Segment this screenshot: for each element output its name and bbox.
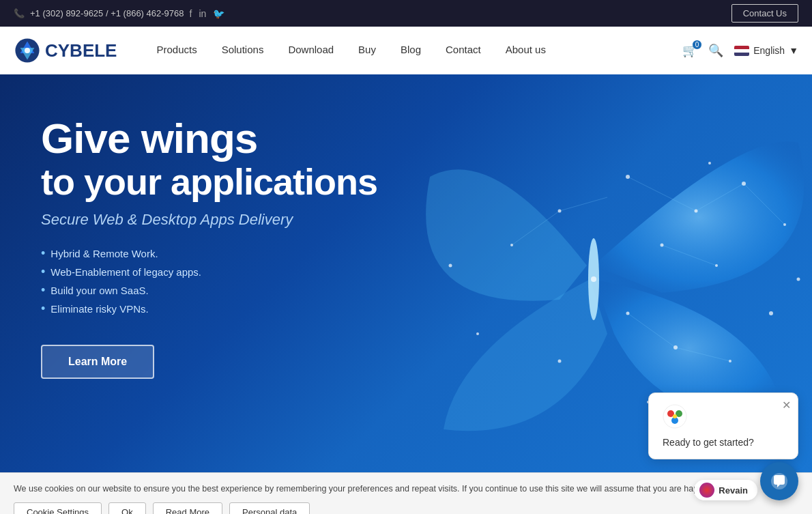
social-links: f in 🐦 xyxy=(190,8,225,19)
logo-icon xyxy=(14,37,41,64)
svg-point-28 xyxy=(558,360,562,363)
svg-point-19 xyxy=(626,312,630,315)
svg-point-18 xyxy=(715,264,718,267)
nav-download[interactable]: Download xyxy=(276,27,346,74)
nav-solutions[interactable]: Solutions xyxy=(209,27,276,74)
navbar: CYBELE Products Solutions Download Buy B… xyxy=(0,27,812,74)
phone-number: +1 (302) 892-9625 / +1 (866) 462-9768 xyxy=(30,8,184,18)
nav-products[interactable]: Products xyxy=(144,27,209,74)
cookie-personal-data-button[interactable]: Personal data xyxy=(229,502,310,514)
phone-icon: 📞 xyxy=(14,8,25,18)
hero-bullets: Hybrid & Remote Work. Web-Enablement of … xyxy=(41,246,377,316)
nav-buy[interactable]: Buy xyxy=(346,27,388,74)
cookie-read-more-button[interactable]: Read More xyxy=(153,502,222,514)
revain-logo-icon xyxy=(699,483,714,498)
svg-point-14 xyxy=(695,210,698,213)
revain-bar[interactable]: Revain xyxy=(694,480,757,500)
twitter-icon[interactable]: 🐦 xyxy=(213,8,224,19)
flag-icon xyxy=(734,46,749,56)
svg-point-32 xyxy=(797,278,800,281)
logo-text: CYBELE xyxy=(14,37,117,64)
revain-label: Revain xyxy=(719,485,748,496)
svg-point-25 xyxy=(769,311,773,315)
contact-us-button[interactable]: Contact Us xyxy=(731,4,798,23)
cart-badge: 0 xyxy=(693,40,702,49)
cookie-ok-button[interactable]: Ok xyxy=(108,502,146,514)
svg-point-17 xyxy=(661,244,664,247)
chat-logo-icon xyxy=(663,404,784,437)
svg-point-23 xyxy=(510,244,513,246)
hero-title-line1: Give wings xyxy=(41,115,377,162)
chat-close-button[interactable]: ✕ xyxy=(782,399,791,412)
chat-ready-text: Ready to get started? xyxy=(663,437,784,448)
svg-point-13 xyxy=(626,175,630,179)
svg-point-3 xyxy=(25,48,30,53)
cookie-banner: We use cookies on our website to ensure … xyxy=(0,472,812,514)
svg-point-16 xyxy=(783,223,786,226)
chat-widget: ✕ Ready to get started? xyxy=(648,392,798,459)
top-bar-left: 📞 +1 (302) 892-9625 / +1 (866) 462-9768 … xyxy=(14,8,224,19)
hero-bullet-1: Hybrid & Remote Work. xyxy=(41,246,377,261)
svg-point-29 xyxy=(476,332,479,335)
svg-point-21 xyxy=(729,360,731,362)
chat-bubble-icon xyxy=(770,472,789,491)
svg-line-11 xyxy=(560,197,607,211)
hero-subtitle: Secure Web & Desktop Apps Delivery xyxy=(41,211,377,229)
search-icon[interactable]: 🔍 xyxy=(708,43,723,58)
hero-bullet-4: Eliminate risky VPNs. xyxy=(41,302,377,316)
facebook-icon[interactable]: f xyxy=(190,8,192,19)
svg-point-15 xyxy=(742,182,746,186)
cookie-buttons: Cookie Settings Ok Read More Personal da… xyxy=(14,502,798,514)
learn-more-button[interactable]: Learn More xyxy=(41,345,154,379)
nav-right: 🛒 0 🔍 English ▼ xyxy=(682,43,798,58)
svg-point-24 xyxy=(591,276,596,282)
chevron-down-icon: ▼ xyxy=(789,45,798,56)
chat-fab-button[interactable] xyxy=(760,462,798,500)
svg-point-37 xyxy=(673,414,677,418)
svg-point-30 xyxy=(449,264,452,268)
nav-links: Products Solutions Download Buy Blog Con… xyxy=(144,27,682,74)
hero-title-line2: to your applications xyxy=(41,162,377,202)
svg-point-20 xyxy=(673,345,678,349)
logo[interactable]: CYBELE xyxy=(14,37,117,64)
cookie-settings-button[interactable]: Cookie Settings xyxy=(14,502,102,514)
svg-point-22 xyxy=(558,210,562,213)
hero-bullet-2: Web-Enablement of legacy apps. xyxy=(41,265,377,279)
hero-bullet-3: Build your own SaaS. xyxy=(41,283,377,298)
nav-contact[interactable]: Contact xyxy=(433,27,493,74)
top-bar: 📞 +1 (302) 892-9625 / +1 (866) 462-9768 … xyxy=(0,0,812,27)
language-selector[interactable]: English ▼ xyxy=(734,45,798,56)
svg-point-31 xyxy=(708,162,711,165)
nav-blog[interactable]: Blog xyxy=(388,27,433,74)
hero-content: Give wings to your applications Secure W… xyxy=(41,115,377,379)
cookie-text: We use cookies on our website to ensure … xyxy=(14,483,798,496)
language-label: English xyxy=(753,45,785,56)
nav-about[interactable]: About us xyxy=(493,27,558,74)
cart-button[interactable]: 🛒 0 xyxy=(682,43,697,58)
linkedin-icon[interactable]: in xyxy=(199,8,206,19)
